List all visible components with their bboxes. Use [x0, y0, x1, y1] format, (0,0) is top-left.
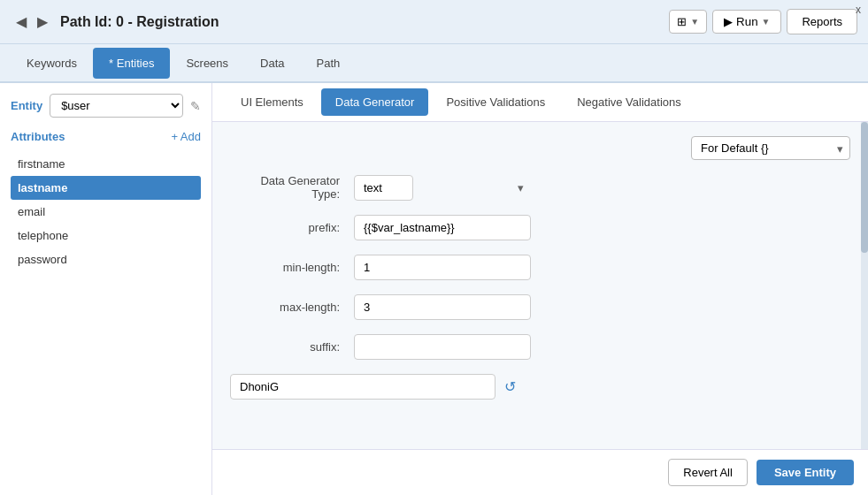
- reports-button[interactable]: Reports: [787, 9, 857, 34]
- bottom-bar: Revert All Save Entity: [212, 449, 868, 495]
- content-area: For Default {} Data Generator Type: text…: [212, 122, 868, 414]
- attr-password[interactable]: password: [11, 248, 201, 271]
- sub-tab-ui-elements[interactable]: UI Elements: [227, 88, 318, 116]
- tab-entities[interactable]: * Entities: [93, 48, 170, 79]
- title-bar: ◀ ▶ Path Id: 0 - Registration ⊞ ▼ ▶ Run …: [0, 0, 868, 44]
- min-length-label: min-length:: [230, 261, 354, 274]
- preview-input[interactable]: [230, 374, 495, 400]
- refresh-button[interactable]: ↺: [504, 378, 516, 395]
- entity-select[interactable]: $user: [50, 94, 183, 118]
- close-button[interactable]: x: [856, 4, 861, 16]
- max-length-label: max-length:: [230, 301, 354, 314]
- preview-row: ↺: [230, 374, 850, 400]
- for-default-select[interactable]: For Default {}: [691, 136, 850, 160]
- sub-tab-positive-validations[interactable]: Positive Validations: [432, 88, 559, 116]
- entity-label: Entity: [11, 99, 42, 112]
- for-default-wrap: For Default {}: [691, 136, 850, 160]
- min-length-row: min-length:: [230, 255, 850, 280]
- sub-tab-bar: UI Elements Data Generator Positive Vali…: [212, 83, 868, 122]
- prefix-input[interactable]: [354, 215, 531, 240]
- attr-email[interactable]: email: [11, 200, 201, 224]
- content-scroll: For Default {} Data Generator Type: text…: [212, 122, 868, 449]
- attributes-header: Attributes + Add: [11, 130, 201, 143]
- suffix-label: suffix:: [230, 340, 354, 354]
- title-actions: ⊞ ▼ ▶ Run ▼ Reports: [669, 9, 857, 34]
- back-arrow[interactable]: ◀: [11, 10, 32, 34]
- grid-dropdown-arrow: ▼: [690, 17, 699, 27]
- prefix-row: prefix:: [230, 215, 850, 240]
- attributes-list: firstname lastname email telephone passw…: [11, 152, 201, 271]
- grid-icon: ⊞: [677, 15, 687, 28]
- max-length-input[interactable]: [354, 294, 531, 320]
- tab-keywords[interactable]: Keywords: [11, 48, 93, 79]
- run-button[interactable]: ▶ Run ▼: [712, 10, 781, 34]
- forward-arrow[interactable]: ▶: [32, 10, 53, 34]
- main-layout: Entity $user ✎ Attributes + Add firstnam…: [0, 83, 868, 495]
- suffix-row: suffix:: [230, 334, 850, 360]
- data-generator-type-label: Data Generator Type:: [230, 174, 354, 201]
- suffix-input[interactable]: [354, 334, 531, 360]
- attr-telephone[interactable]: telephone: [11, 224, 201, 248]
- scroll-track: [861, 122, 868, 449]
- attr-lastname[interactable]: lastname: [11, 176, 201, 200]
- attributes-label: Attributes: [11, 130, 65, 143]
- max-length-row: max-length:: [230, 294, 850, 320]
- scroll-thumb: [861, 122, 868, 253]
- run-label: Run: [736, 15, 757, 28]
- tab-data[interactable]: Data: [244, 48, 300, 79]
- sub-tab-data-generator[interactable]: Data Generator: [321, 88, 429, 116]
- run-icon: ▶: [724, 15, 733, 28]
- save-entity-button[interactable]: Save Entity: [757, 460, 854, 485]
- sub-tab-negative-validations[interactable]: Negative Validations: [563, 88, 695, 116]
- entity-row: Entity $user ✎: [11, 94, 201, 118]
- add-attribute-link[interactable]: + Add: [171, 130, 201, 143]
- left-panel: Entity $user ✎ Attributes + Add firstnam…: [0, 83, 212, 495]
- revert-all-button[interactable]: Revert All: [668, 459, 748, 486]
- tab-screens[interactable]: Screens: [170, 48, 244, 79]
- for-default-row: For Default {}: [230, 136, 850, 160]
- edit-icon[interactable]: ✎: [190, 99, 201, 113]
- min-length-input[interactable]: [354, 255, 531, 280]
- right-panel: UI Elements Data Generator Positive Vali…: [212, 83, 868, 495]
- path-title: Path Id: 0 - Registration: [60, 14, 669, 30]
- tab-bar: Keywords * Entities Screens Data Path: [0, 44, 868, 83]
- attr-firstname[interactable]: firstname: [11, 152, 201, 176]
- type-select-wrap: text number email date: [354, 175, 531, 201]
- grid-button[interactable]: ⊞ ▼: [669, 10, 707, 34]
- run-dropdown-arrow: ▼: [762, 17, 771, 27]
- data-generator-type-select[interactable]: text number email date: [354, 175, 413, 201]
- tab-path[interactable]: Path: [301, 48, 357, 79]
- data-generator-type-row: Data Generator Type: text number email d…: [230, 174, 850, 201]
- prefix-label: prefix:: [230, 221, 354, 234]
